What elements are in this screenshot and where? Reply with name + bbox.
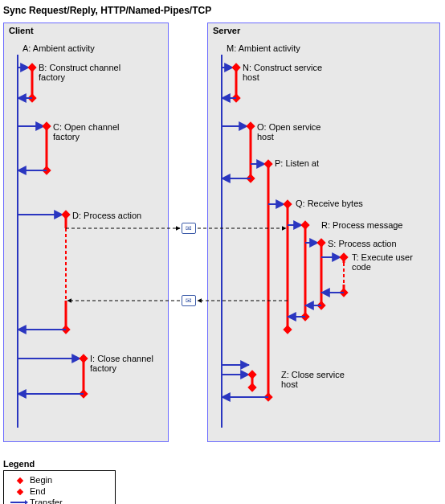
activity-m: M: Ambient activity	[227, 43, 300, 53]
legend-title: Legend	[3, 459, 445, 469]
legend-box: Begin End Transfer Suspend Resume	[3, 470, 116, 504]
activity-a: A: Ambient activity	[22, 43, 95, 53]
legend-transfer: Transfer	[9, 497, 110, 504]
activity-d: D: Process action	[72, 211, 141, 220]
legend-transfer-label: Transfer	[30, 498, 63, 504]
diagram-canvas: Client Server A: Ambient activity B: Con…	[0, 18, 445, 456]
activity-b: B: Construct channel factory	[39, 63, 127, 82]
activity-n: N: Construct service host	[243, 63, 339, 82]
svg-rect-69	[17, 477, 23, 484]
message-icon	[182, 295, 196, 306]
activity-t: T: Execute user code	[352, 252, 416, 272]
client-panel: Client	[3, 23, 169, 442]
diamond-icon	[9, 487, 30, 495]
activity-r: R: Process message	[321, 220, 402, 230]
legend-end: End	[9, 486, 110, 497]
activity-s: S: Process action	[328, 239, 397, 248]
activity-c: C: Open channel factory	[53, 122, 133, 141]
legend-begin-label: Begin	[30, 475, 52, 485]
activity-o: O: Open service host	[257, 122, 337, 141]
legend-end-label: End	[30, 486, 46, 496]
activity-i: I: Close channel factory	[90, 354, 154, 373]
activity-p: P: Listen at	[275, 158, 319, 168]
diamond-icon	[9, 476, 30, 484]
svg-rect-70	[17, 489, 23, 495]
diagram-title: Sync Request/Reply, HTTP/Named-Pipes/TCP	[0, 0, 445, 18]
activity-z: Z: Close service host	[281, 370, 361, 389]
message-icon	[182, 223, 196, 234]
activity-q: Q: Receive bytes	[296, 199, 363, 208]
arrow-icon	[9, 498, 30, 504]
client-panel-title: Client	[9, 26, 34, 35]
server-panel-title: Server	[213, 26, 240, 35]
legend-begin: Begin	[9, 474, 110, 486]
